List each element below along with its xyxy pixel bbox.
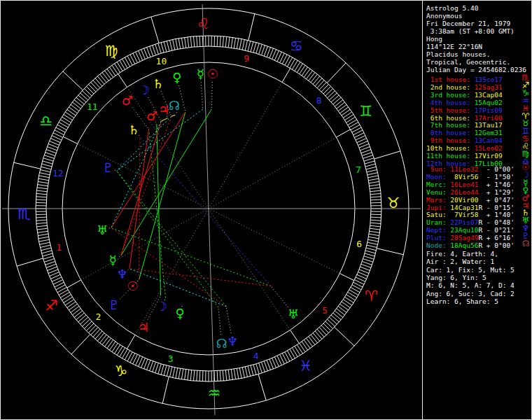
pointer-mercury xyxy=(201,82,202,108)
tally-elements-2: Air : 2, Water: 1 xyxy=(426,258,494,265)
house-number-10: 10 xyxy=(156,56,167,66)
planet-glyph-uranus-natal: ♅ xyxy=(97,223,108,237)
planet-glyph-node: ☊ xyxy=(216,336,227,351)
pointer-uranus xyxy=(272,287,288,307)
app-title: Astrolog 5.40 xyxy=(426,5,478,12)
sign-boundary xyxy=(335,327,354,346)
pointer-neptune xyxy=(227,308,232,333)
planet-row-6: Satu: 7Vir58 + 1°40'♄ xyxy=(426,211,514,218)
planet-glyph-venus-natal: ♀ xyxy=(176,306,185,321)
sign-glyph-pisces: ♓ xyxy=(299,358,312,374)
sign-glyph-taurus: ♉ xyxy=(386,195,400,211)
sign-glyph-aquarius: ♒ xyxy=(207,385,220,402)
sign-boundary xyxy=(63,71,83,90)
tally-hemispheres: M: 6, N: 5, A: 7, D: 4 xyxy=(426,282,514,289)
aspect-line xyxy=(130,269,271,286)
house-cusp-segment xyxy=(63,136,78,144)
planet-row-1: Moon: 8Vir56 - 1°50'☽ xyxy=(426,174,514,181)
house-number-8: 8 xyxy=(316,95,322,106)
house-cusp-segment xyxy=(118,74,127,87)
sign-glyph-scorpio: ♏ xyxy=(18,206,31,223)
planet-glyph-neptune-natal: ♆ xyxy=(116,267,127,281)
house-number-2: 2 xyxy=(95,312,101,322)
house-cusp-segment xyxy=(336,130,350,137)
house-cusp-segment xyxy=(127,335,135,349)
house-row-5: 5th house: 17Pis09♓ xyxy=(426,107,503,114)
planet-row-10-sign-icon: ☊ xyxy=(519,240,532,247)
house-cusp-line xyxy=(81,209,209,280)
house-number-7: 7 xyxy=(356,164,361,175)
chart-date: Fri December 21, 1979 xyxy=(426,20,510,27)
planet-glyph-pluto: ♇ xyxy=(108,298,120,312)
tally-elements-1: Fire: 4, Earth: 4, xyxy=(426,251,498,258)
sign-boundary xyxy=(151,17,159,43)
house-number-3: 3 xyxy=(168,354,174,364)
planet-glyph-node-natal: ☊ xyxy=(169,98,180,113)
planet-row-4: Mars: 20Vir00 + 0°47'♂ xyxy=(426,197,514,204)
chart-name: Anonymous xyxy=(426,13,462,20)
planet-glyph-saturn: ♄ xyxy=(153,76,164,91)
house-row-7: 7th house: 13Tau17♉ xyxy=(426,122,503,129)
house-cusp-segment xyxy=(290,330,300,343)
house-cusp-line xyxy=(135,209,209,335)
aspect-line xyxy=(121,121,161,255)
house-row-3: 3rd house: 13Cap04♑ xyxy=(426,92,503,99)
zodiac-type: Tropical, Geocentric. xyxy=(426,59,510,66)
house-number-9: 9 xyxy=(244,53,249,64)
chart-coordinates: 114°12E 22°16N xyxy=(426,43,482,50)
pointer-node xyxy=(218,309,221,335)
house-cusp-line xyxy=(209,82,282,209)
sign-boundary xyxy=(248,14,255,41)
aspect-line xyxy=(139,112,186,280)
planet-row-2: Merc: 16Leo41 + 1°46'☿ xyxy=(426,181,514,188)
planet-row-7: Uran: 22Pis07R - 0°48'♅ xyxy=(426,219,514,226)
house-cusp-segment xyxy=(282,68,290,82)
chart-time: 3:38am (ST +8:00 GMT) xyxy=(426,28,514,35)
aspect-line xyxy=(111,228,271,286)
planet-row-3: Venu: 26Leo44 + 1°29'♀ xyxy=(426,189,514,196)
house-number-11: 11 xyxy=(87,102,98,112)
tally-yang-yin: Yang: 6, Yin: 5 xyxy=(426,274,486,281)
aspect-line xyxy=(157,124,161,296)
pointer-mercury-natal xyxy=(119,256,120,257)
aspect-line xyxy=(161,118,167,122)
house-number-4: 4 xyxy=(253,351,259,361)
tally-learn-share: Learn: 6, Share: 5 xyxy=(426,298,498,305)
house-row-11: 11th house: 17Vir09♍ xyxy=(426,153,503,160)
house-number-12: 12 xyxy=(52,168,64,178)
planet-glyph-uranus: ♅ xyxy=(288,307,299,321)
sign-glyph-sagittarius: ♐ xyxy=(45,298,58,314)
astrolog-window: ♈♉♊♋♌♍♎♏♐♑♒♓123456789101112☉☿♀♄☽♂♇♃☊♆♅☊♃… xyxy=(0,0,532,420)
house-number-5: 5 xyxy=(322,305,328,316)
house-row-9: 9th house: 13Can04♋ xyxy=(426,137,503,144)
pointer-pluto-natal xyxy=(115,170,116,171)
planet-glyph-sun: ☉ xyxy=(207,66,218,81)
chart-place: Hong xyxy=(426,36,442,43)
sign-boundary xyxy=(71,335,90,354)
planet-glyph-pluto-natal: ♇ xyxy=(103,160,114,175)
planet-row-0: Sun: 11Leo32 - 0°00'☉ xyxy=(426,166,514,173)
house-row-8: 8th house: 12Gem31♊ xyxy=(426,130,503,136)
sign-glyph-cancer: ♋ xyxy=(290,38,303,55)
planet-glyph-moon: ☽ xyxy=(139,83,150,97)
planet-row-10: Node: 18Aqu56R + 0°00'☊ xyxy=(426,242,514,249)
julian-day: Julian Day = 2454682.0236 xyxy=(426,66,526,74)
sign-glyph-capricorn: ♑ xyxy=(114,363,127,379)
sign-boundary xyxy=(17,258,43,266)
sign-glyph-libra: ♎ xyxy=(39,113,52,130)
house-cusp-segment xyxy=(340,274,354,281)
planet-glyph-sun-natal: ☉ xyxy=(127,279,138,293)
planet-glyph-mercury: ☿ xyxy=(197,66,204,81)
sign-boundary xyxy=(162,377,169,403)
planet-row-8: Nept: 23Aqu10R - 0°21'♆ xyxy=(426,227,514,234)
planet-glyph-mars: ♂ xyxy=(122,93,133,108)
house-number-1: 1 xyxy=(56,242,62,253)
sign-boundary xyxy=(14,162,41,169)
aspect-line xyxy=(172,115,176,116)
pointer-sun xyxy=(211,82,212,108)
house-row-6: 6th house: 17Ari00♈ xyxy=(426,115,503,122)
house-row-2: 2nd house: 12Sag31♐ xyxy=(426,84,503,91)
house-row-10: 10th house: 15Leo02♌ xyxy=(426,145,503,152)
sign-boundary xyxy=(377,248,403,255)
tally-modes: Car: 1, Fix: 5, Mut: 5 xyxy=(426,267,514,274)
